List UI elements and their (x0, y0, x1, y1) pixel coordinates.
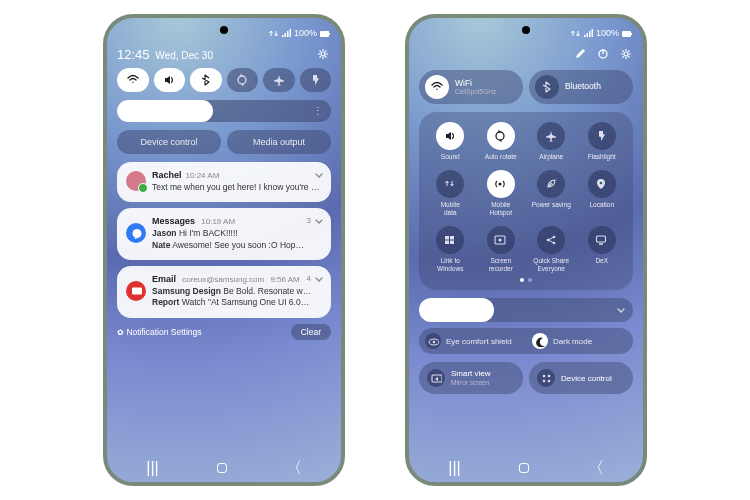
tile-hotspot[interactable]: Mobile Hotspot (476, 170, 527, 216)
clock-date: 12:45 Wed, Dec 30 (117, 47, 213, 62)
tile-screenrec[interactable]: Screen recorder (476, 226, 527, 272)
powersaving-icon (537, 170, 565, 198)
nav-bar: ||| 〈 (117, 454, 331, 482)
tile-dex[interactable]: DeX (577, 226, 628, 272)
notification-card[interactable]: Rachel10:24 AM Text me when you get here… (117, 162, 331, 202)
brightness-expand-icon[interactable] (615, 305, 625, 315)
smart-view-tile[interactable]: Smart viewMirror screen (419, 362, 523, 394)
notification-settings-link[interactable]: ✿ Notification Settings (117, 327, 202, 337)
battery-pct: 100% (294, 28, 317, 38)
dex-icon (588, 226, 616, 254)
cast-icon (427, 369, 445, 387)
settings-button[interactable] (315, 46, 331, 62)
nav-back[interactable]: 〈 (588, 458, 604, 479)
location-icon (588, 170, 616, 198)
airplane-icon (537, 122, 565, 150)
eye-comfort-toggle[interactable]: Eye comfort shield (419, 333, 526, 349)
brightness-thumb[interactable] (117, 100, 213, 122)
camera-notch (522, 26, 530, 34)
media-output-button[interactable]: Media output (227, 130, 331, 154)
device-control-tile[interactable]: Device control (529, 362, 633, 394)
quick-toggles-row (117, 68, 331, 92)
hotspot-icon (487, 170, 515, 198)
clear-button[interactable]: Clear (291, 324, 331, 340)
battery-icon (621, 28, 633, 39)
tile-airplane[interactable]: Airplane (526, 122, 577, 160)
nav-home[interactable] (519, 463, 529, 473)
tile-rotate[interactable]: Auto rotate (476, 122, 527, 160)
edit-button[interactable] (574, 48, 587, 61)
notification-count: 4 (307, 274, 311, 285)
tile-location[interactable]: Location (577, 170, 628, 216)
linkwin-icon (436, 226, 464, 254)
device-control-button[interactable]: Device control (117, 130, 221, 154)
phone-quick-panel: 100% WiFiCellSpot5GHz Bluetooth SoundAut… (405, 14, 647, 486)
tile-mobiledata[interactable]: Mobile data (425, 170, 476, 216)
quick-grid-panel: SoundAuto rotateAirplaneFlashlightMobile… (419, 112, 633, 290)
chevron-down-icon[interactable] (313, 274, 323, 284)
bluetooth-icon (535, 75, 559, 99)
rotate-icon (487, 122, 515, 150)
data-arrows-icon (268, 28, 279, 39)
tile-flashlight[interactable]: Flashlight (577, 122, 628, 160)
display-modes-row: Eye comfort shield Dark mode (419, 328, 633, 354)
qs-sound[interactable] (154, 68, 186, 92)
qs-airplane[interactable] (263, 68, 295, 92)
data-arrows-icon (570, 28, 581, 39)
notification-card[interactable]: 4 Email coreux@samsung.com 9:56 AM Samsu… (117, 266, 331, 318)
brightness-slider[interactable] (419, 298, 633, 322)
wifi-icon (425, 75, 449, 99)
tile-linkwin[interactable]: Link to Windows (425, 226, 476, 272)
camera-notch (220, 26, 228, 34)
dark-mode-toggle[interactable]: Dark mode (526, 333, 633, 349)
app-icon (126, 281, 146, 301)
battery-pct: 100% (596, 28, 619, 38)
screenrec-icon (487, 226, 515, 254)
quickshare-icon (537, 226, 565, 254)
tile-quickshare[interactable]: Quick Share Everyone (526, 226, 577, 272)
chevron-down-icon[interactable] (313, 216, 323, 226)
grid-icon (537, 369, 555, 387)
qs-wifi[interactable] (117, 68, 149, 92)
signal-icon (281, 28, 292, 39)
nav-recents[interactable]: ||| (146, 459, 158, 477)
qs-flashlight[interactable] (300, 68, 332, 92)
tile-wifi[interactable]: WiFiCellSpot5GHz (419, 70, 523, 104)
notification-card[interactable]: 3 Messages 10:19 AM Jason Hi I'm BACK!!!… (117, 208, 331, 260)
flashlight-icon (588, 122, 616, 150)
tile-bluetooth[interactable]: Bluetooth (529, 70, 633, 104)
nav-back[interactable]: 〈 (286, 458, 302, 479)
status-badge (138, 183, 148, 193)
qs-bluetooth[interactable] (190, 68, 222, 92)
brightness-more-icon[interactable]: ⋮ (313, 109, 323, 113)
sound-icon (436, 122, 464, 150)
app-icon (126, 223, 146, 243)
page-indicator[interactable] (425, 278, 627, 282)
qs-rotate[interactable] (227, 68, 259, 92)
tile-powersaving[interactable]: Power saving (526, 170, 577, 216)
battery-icon (319, 28, 331, 39)
notification-count: 3 (307, 216, 311, 227)
brightness-thumb[interactable] (419, 298, 494, 322)
mobiledata-icon (436, 170, 464, 198)
brightness-slider[interactable]: ⋮ (117, 100, 331, 122)
power-button[interactable] (597, 48, 610, 61)
tile-sound[interactable]: Sound (425, 122, 476, 160)
nav-recents[interactable]: ||| (448, 459, 460, 477)
chevron-down-icon[interactable] (313, 170, 323, 180)
nav-bar: ||| 〈 (419, 454, 633, 482)
nav-home[interactable] (217, 463, 227, 473)
settings-button[interactable] (620, 48, 633, 61)
phone-notifications: 100% 12:45 Wed, Dec 30 ⋮ D (103, 14, 345, 486)
avatar (126, 171, 146, 191)
signal-icon (583, 28, 594, 39)
